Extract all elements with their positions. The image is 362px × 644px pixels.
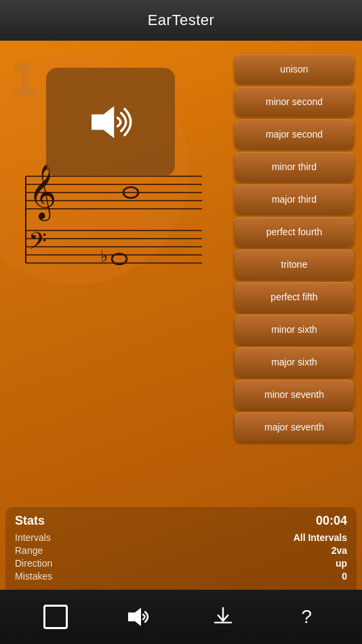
stats-row-value: up (336, 558, 347, 569)
interval-btn-major-second[interactable]: major second (235, 119, 354, 149)
interval-btn-minor-second[interactable]: minor second (235, 87, 354, 117)
speaker-icon (87, 98, 134, 146)
stats-row-value: 2va (331, 545, 347, 556)
stop-button[interactable] (35, 597, 76, 637)
app-header: EarTester (0, 0, 362, 41)
svg-marker-0 (92, 106, 114, 138)
sound-toolbar-button[interactable] (119, 597, 159, 637)
interval-btn-tritone[interactable]: tritone (235, 249, 354, 279)
speaker-toolbar-icon (125, 605, 153, 629)
svg-text:♭: ♭ (100, 247, 108, 265)
interval-btn-major-sixth[interactable]: major sixth (235, 347, 354, 377)
bottom-toolbar: ? (0, 590, 362, 644)
stats-row-value: 0 (342, 571, 347, 582)
stats-row: Directionup (15, 558, 347, 569)
main-content: 1 (0, 41, 362, 502)
interval-btn-minor-sixth[interactable]: minor sixth (235, 315, 354, 344)
stats-label: Stats (15, 514, 45, 528)
stats-row-key: Range (15, 545, 43, 556)
stats-panel: Stats 00:04 IntervalsAll IntervalsRange2… (5, 507, 357, 602)
left-panel: 1 (5, 47, 235, 502)
svg-text:𝄢: 𝄢 (28, 228, 47, 260)
stats-time: 00:04 (316, 514, 347, 528)
interval-btn-minor-seventh[interactable]: minor seventh (235, 380, 354, 409)
stats-row-key: Mistakes (15, 571, 52, 582)
interval-btn-major-third[interactable]: major third (235, 184, 354, 214)
music-area: 𝄞 𝄢 ♭ (5, 54, 235, 285)
download-icon (211, 605, 235, 629)
play-sound-button[interactable] (46, 68, 175, 176)
stats-row: Mistakes0 (15, 571, 347, 582)
stop-icon (43, 605, 68, 629)
interval-btn-perfect-fifth[interactable]: perfect fifth (235, 282, 354, 312)
stats-rows: IntervalsAll IntervalsRange2vaDirectionu… (15, 532, 347, 582)
download-button[interactable] (203, 597, 243, 637)
help-button[interactable]: ? (286, 597, 327, 637)
stats-row-key: Intervals (15, 532, 51, 543)
interval-btn-minor-third[interactable]: minor third (235, 152, 354, 182)
stats-row-key: Direction (15, 558, 52, 569)
interval-btn-major-seventh[interactable]: major seventh (235, 412, 354, 442)
app-title: EarTester (148, 12, 215, 29)
stats-row-value: All Intervals (294, 532, 347, 543)
stats-row: IntervalsAll Intervals (15, 532, 347, 543)
interval-btn-perfect-fourth[interactable]: perfect fourth (235, 217, 354, 247)
interval-buttons-panel: unisonminor secondmajor secondminor thir… (235, 47, 357, 502)
interval-btn-unison[interactable]: unison (235, 54, 354, 84)
svg-marker-17 (128, 608, 141, 626)
help-icon: ? (301, 606, 312, 628)
stats-row: Range2va (15, 545, 347, 556)
